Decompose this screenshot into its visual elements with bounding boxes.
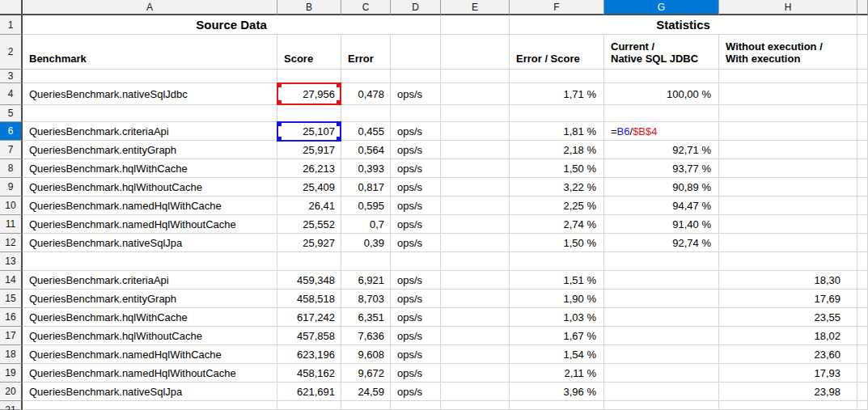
cell-I18[interactable] xyxy=(857,345,868,364)
cell-F14[interactable]: 1,51 % xyxy=(510,271,604,290)
cell-D8[interactable]: ops/s xyxy=(391,159,441,178)
cell-F20[interactable]: 3,96 % xyxy=(510,383,604,401)
cell-H3[interactable] xyxy=(719,70,857,83)
cell-E10[interactable] xyxy=(441,197,510,215)
cell-F21[interactable] xyxy=(510,401,604,410)
cell-E21[interactable] xyxy=(441,401,510,410)
row-header-18[interactable]: 18 xyxy=(0,345,23,364)
cell-G20[interactable] xyxy=(604,383,719,401)
cell-B13[interactable] xyxy=(277,252,341,271)
cell-B15[interactable]: 458,518 xyxy=(277,290,341,308)
cell-I9[interactable] xyxy=(857,178,868,197)
cell-A13[interactable] xyxy=(23,252,277,271)
cell-H6[interactable] xyxy=(719,122,857,141)
cell-B9[interactable]: 25,409 xyxy=(277,178,341,197)
col-header-B[interactable]: B xyxy=(277,0,341,15)
cell-C7[interactable]: 0,564 xyxy=(341,141,391,159)
row-header-20[interactable]: 20 xyxy=(0,383,23,401)
cell-C13[interactable] xyxy=(341,252,391,271)
cell-B21[interactable] xyxy=(277,401,341,410)
cell-A5[interactable] xyxy=(23,105,277,122)
cell-C20[interactable]: 24,59 xyxy=(341,383,391,401)
cell-C14[interactable]: 6,921 xyxy=(341,271,391,290)
merged-cell-statistics-title[interactable]: Statistics xyxy=(510,15,857,35)
cell-C19[interactable]: 9,672 xyxy=(341,364,391,383)
row-header-3[interactable]: 3 xyxy=(0,70,23,83)
col-header-H[interactable]: H xyxy=(719,0,857,15)
cell-G12[interactable]: 92,74 % xyxy=(604,234,719,252)
row-header-13[interactable]: 13 xyxy=(0,252,23,271)
col-header-E[interactable]: E xyxy=(441,0,510,15)
cell-I3[interactable] xyxy=(857,70,868,83)
cell-I12[interactable] xyxy=(857,234,868,252)
cell-D10[interactable]: ops/s xyxy=(391,197,441,215)
cell-C8[interactable]: 0,393 xyxy=(341,159,391,178)
cell-F11[interactable]: 2,74 % xyxy=(510,215,604,234)
select-all-corner[interactable] xyxy=(0,0,23,15)
row-header-14[interactable]: 14 xyxy=(0,271,23,290)
cell-E8[interactable] xyxy=(441,159,510,178)
cell-I4[interactable] xyxy=(857,83,868,105)
cell-B18[interactable]: 623,196 xyxy=(277,345,341,364)
cell-A14[interactable]: QueriesBenchmark.criteriaApi xyxy=(23,271,277,290)
cell-I16[interactable] xyxy=(857,308,868,327)
cell-H13[interactable] xyxy=(719,252,857,271)
cell-E7[interactable] xyxy=(441,141,510,159)
cell-H12[interactable] xyxy=(719,234,857,252)
cell-A18[interactable]: QueriesBenchmark.namedHqlWithCache xyxy=(23,345,277,364)
cell-D3[interactable] xyxy=(391,70,441,83)
cell-D7[interactable]: ops/s xyxy=(391,141,441,159)
cell-A3[interactable] xyxy=(23,70,277,83)
cell-C2-error-header[interactable]: Error xyxy=(341,35,391,70)
cell-E18[interactable] xyxy=(441,345,510,364)
row-header-17[interactable]: 17 xyxy=(0,327,23,345)
cell-D4[interactable]: ops/s xyxy=(391,83,441,105)
cell-G19[interactable] xyxy=(604,364,719,383)
cell-G16[interactable] xyxy=(604,308,719,327)
cell-D2[interactable] xyxy=(391,35,441,70)
cell-C12[interactable]: 0,39 xyxy=(341,234,391,252)
col-header-C[interactable]: C xyxy=(341,0,391,15)
cell-I8[interactable] xyxy=(857,159,868,178)
cell-I21[interactable] xyxy=(857,401,868,410)
cell-A6[interactable]: QueriesBenchmark.criteriaApi xyxy=(23,122,277,141)
row-header-19[interactable]: 19 xyxy=(0,364,23,383)
cell-B8[interactable]: 26,213 xyxy=(277,159,341,178)
cell-F12[interactable]: 1,50 % xyxy=(510,234,604,252)
cell-A19[interactable]: QueriesBenchmark.namedHqlWithoutCache xyxy=(23,364,277,383)
cell-F7[interactable]: 2,18 % xyxy=(510,141,604,159)
cell-F15[interactable]: 1,90 % xyxy=(510,290,604,308)
cell-F8[interactable]: 1,50 % xyxy=(510,159,604,178)
cell-D14[interactable]: ops/s xyxy=(391,271,441,290)
cell-B17[interactable]: 457,858 xyxy=(277,327,341,345)
cell-F18[interactable]: 1,54 % xyxy=(510,345,604,364)
cell-F19[interactable]: 2,11 % xyxy=(510,364,604,383)
cell-G10[interactable]: 94,47 % xyxy=(604,197,719,215)
cell-G8[interactable]: 93,77 % xyxy=(604,159,719,178)
cell-I1-partial[interactable] xyxy=(857,15,868,35)
cell-E9[interactable] xyxy=(441,178,510,197)
cell-B11[interactable]: 25,552 xyxy=(277,215,341,234)
cell-E19[interactable] xyxy=(441,364,510,383)
cell-F5[interactable] xyxy=(510,105,604,122)
cell-E14[interactable] xyxy=(441,271,510,290)
cell-D16[interactable]: ops/s xyxy=(391,308,441,327)
cell-A4[interactable]: QueriesBenchmark.nativeSqlJdbc xyxy=(23,83,277,105)
cell-I6[interactable] xyxy=(857,122,868,141)
cell-B5[interactable] xyxy=(277,105,341,122)
row-header-10[interactable]: 10 xyxy=(0,197,23,215)
cell-E20[interactable] xyxy=(441,383,510,401)
cell-B16[interactable]: 617,242 xyxy=(277,308,341,327)
cell-G4[interactable]: 100,00 % xyxy=(604,83,719,105)
row-header-8[interactable]: 8 xyxy=(0,159,23,178)
cell-G15[interactable] xyxy=(604,290,719,308)
merged-cell-source-data-title[interactable]: Source Data xyxy=(23,15,441,35)
row-header-15[interactable]: 15 xyxy=(0,290,23,308)
cell-F9[interactable]: 3,22 % xyxy=(510,178,604,197)
cell-I10[interactable] xyxy=(857,197,868,215)
cell-H20[interactable]: 23,98 xyxy=(719,383,857,401)
cell-D5[interactable] xyxy=(391,105,441,122)
cell-D20[interactable]: ops/s xyxy=(391,383,441,401)
cell-G14[interactable] xyxy=(604,271,719,290)
cell-B12[interactable]: 25,927 xyxy=(277,234,341,252)
